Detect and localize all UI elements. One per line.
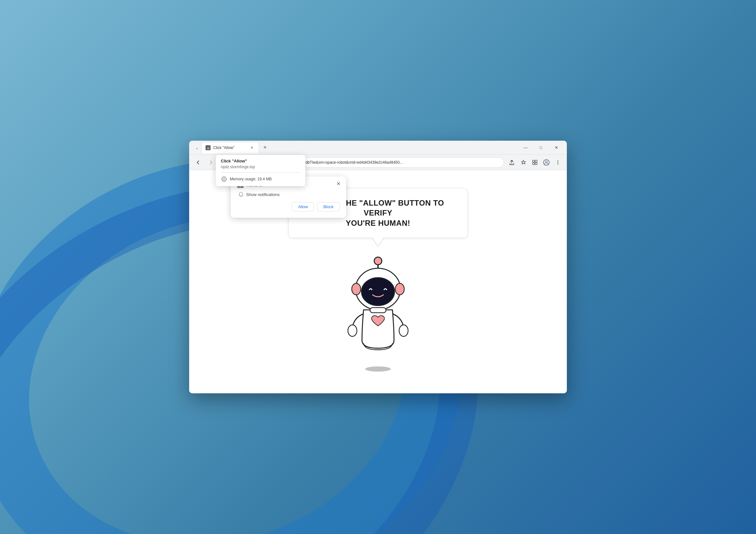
robot-svg [335,254,421,375]
new-tab-button[interactable]: + [260,143,270,153]
allow-button[interactable]: Allow [292,202,314,211]
svg-rect-20 [370,308,386,313]
back-button[interactable] [193,157,203,167]
svg-rect-4 [533,160,534,162]
bubble-line2: YOU'RE HUMAN! [346,219,410,227]
profile-button[interactable] [541,157,552,167]
svg-point-11 [557,162,558,163]
tab-dropdown-button[interactable]: ⌄ [192,143,201,152]
extensions-button[interactable] [530,157,540,167]
popup-actions: Allow Block [237,202,339,211]
svg-point-2 [222,177,226,181]
svg-text:🤖: 🤖 [207,146,210,149]
popup-subtext: Show notifications [246,192,280,197]
svg-rect-7 [535,163,537,165]
tooltip-url: rqstz.stormforge.top [221,165,300,169]
svg-point-21 [348,325,357,336]
bookmark-button[interactable] [518,157,528,167]
active-tab[interactable]: 🤖 Click "Allow" ✕ [201,142,259,153]
minimize-button[interactable]: — [518,143,533,153]
window-controls: — □ ✕ [518,143,564,153]
title-bar: ⌄ 🤖 Click "Allow" ✕ + — [189,141,567,155]
tab-title: Click "Allow" [213,145,246,150]
tab-favicon: 🤖 [205,145,211,150]
svg-point-3 [223,178,225,180]
tooltip-memory: Memory usage: 19.4 MB [221,176,300,182]
svg-point-19 [395,283,404,295]
popup-close-button[interactable]: ✕ [335,180,342,188]
svg-point-12 [557,164,558,165]
forward-button[interactable] [206,157,216,167]
tab-tooltip: Click "Allow" rqstz.stormforge.top Memor… [216,155,305,186]
browser-window: ⌄ 🤖 Click "Allow" ✕ + — [189,141,567,393]
toolbar-buttons [507,157,563,167]
block-button[interactable]: Block [317,202,339,211]
robot-illustration [335,254,421,375]
svg-point-14 [374,257,382,265]
menu-button[interactable] [553,157,563,167]
close-button[interactable]: ✕ [549,143,564,153]
tooltip-title: Click "Allow" [221,159,300,164]
memory-text: Memory usage: 19.4 MB [230,177,272,181]
memory-icon [221,176,227,182]
tooltip-divider [221,172,300,173]
svg-point-10 [557,160,558,161]
svg-point-23 [365,367,391,371]
page-content: ✕ wants to Show notifications Allow [189,170,567,393]
svg-point-22 [399,325,408,336]
share-button[interactable] [507,157,517,167]
tab-close-button[interactable]: ✕ [249,145,255,151]
svg-rect-6 [533,163,534,165]
svg-rect-5 [535,160,537,162]
svg-point-17 [362,278,394,305]
svg-point-18 [352,283,361,295]
maximize-button[interactable]: □ [533,143,548,153]
